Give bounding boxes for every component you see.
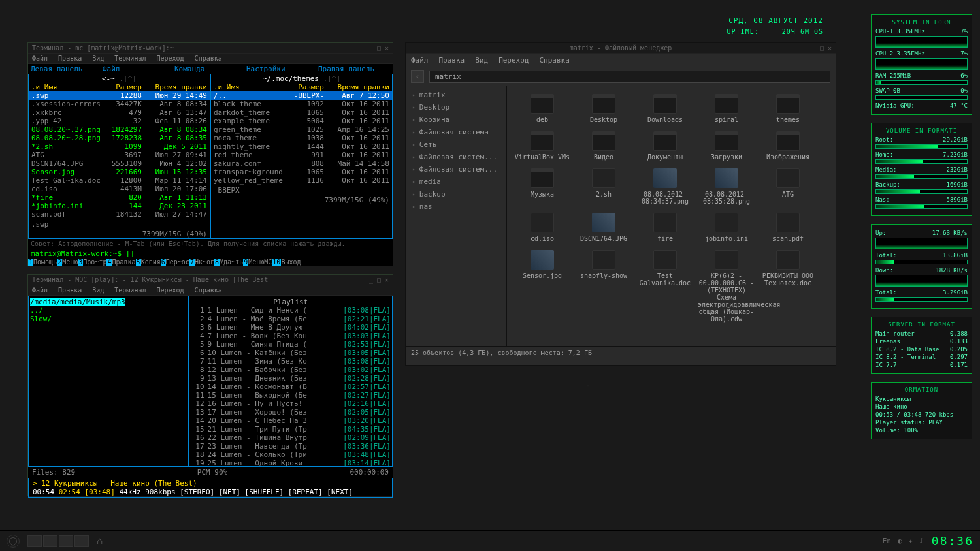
- playlist-item[interactable]: 24 Lumen - Моё Время (Бе[02:21|FLA]: [191, 315, 391, 323]
- menu-item[interactable]: Справка: [195, 55, 222, 62]
- mc-row[interactable]: .ypp_4232Фев 11 08:26: [29, 117, 210, 125]
- back-button[interactable]: ‹: [411, 70, 424, 83]
- file-icon[interactable]: 2.sh: [574, 166, 634, 208]
- thunar-menubar[interactable]: ФайлПравкаВидПереходСправка: [406, 54, 836, 67]
- mc-window[interactable]: Терминал - mc [matrix@Matrix-work]:~ _ □…: [27, 42, 393, 266]
- file-icon[interactable]: Sensor.jpg: [512, 247, 572, 325]
- mc-row[interactable]: Sensor.jpg221669Июн 15 12:35: [29, 168, 210, 176]
- file-icon[interactable]: cd.iso: [512, 210, 572, 245]
- menu-item[interactable]: Вид: [475, 56, 488, 65]
- playlist-item[interactable]: 47 Lumen - Волк (Без Кон[03:03|FLA]: [191, 332, 391, 340]
- menu-item[interactable]: Вид: [92, 287, 104, 294]
- mc-row[interactable]: *2.sh1099Дек 5 2011: [29, 142, 210, 151]
- playlist-item[interactable]: 1014 Lumen - Космонавт (Б[02:57|FLA]: [191, 383, 391, 391]
- playlist-item[interactable]: 812 Lumen - Бабочки (Без[03:02|FLA]: [191, 366, 391, 374]
- menu-item[interactable]: Правка: [58, 55, 82, 62]
- mc-menubar[interactable]: ФайлПравкаВидТерминалПереходСправка: [28, 54, 393, 64]
- mc-row[interactable]: scan.pdf184132Июл 27 14:47: [29, 210, 210, 219]
- menu-item[interactable]: Вид: [92, 55, 104, 62]
- task[interactable]: [74, 535, 89, 547]
- file-icon[interactable]: Desktop: [574, 91, 634, 126]
- thunar-sidebar[interactable]: matrixDesktopКорзинаФайловая системаСеть…: [406, 86, 507, 346]
- mc-left-panel[interactable]: <-~ .[^] .и ИмяРазмерВремя правки .swp12…: [28, 74, 210, 239]
- mc-row[interactable]: yellow_red_theme1136Окт 16 2011: [211, 176, 392, 185]
- mc-row[interactable]: cd.iso4413MИюл 20 17:06: [29, 185, 210, 193]
- file-icon[interactable]: DSCN1764.JPG: [574, 210, 634, 245]
- file-icon[interactable]: VirtualBox VMs: [512, 129, 572, 163]
- playlist-item[interactable]: 1521 Lumen - Три Пути (Тр[04:35|FLA]: [191, 425, 391, 433]
- thunar-iconview[interactable]: debDesktopDownloadsspiralthemesVirtualBo…: [507, 86, 836, 346]
- task[interactable]: [43, 535, 57, 547]
- thunar-toolbar[interactable]: ‹ matrix: [406, 67, 836, 86]
- file-icon[interactable]: scan.pdf: [758, 210, 818, 245]
- file-icon[interactable]: snapfly-show: [574, 247, 634, 325]
- playlist-item[interactable]: 1420 Lumen - С Небес На З[03:20|FLA]: [191, 417, 391, 425]
- mc-panel-head[interactable]: Левая панельФайлКомандаНастройкиПравая п…: [28, 64, 393, 74]
- menu-item[interactable]: Переход: [156, 287, 184, 294]
- mc-row[interactable]: *fire820Авг 1 11:13: [29, 193, 210, 202]
- mc-row[interactable]: nightly_theme1444Окт 16 2011: [211, 142, 392, 151]
- fkey[interactable]: 9МенюМС: [243, 259, 272, 266]
- moc-window[interactable]: Терминал - MOC [play]: - 12 Кукрыниксы -…: [27, 274, 393, 496]
- home-icon[interactable]: ⌂: [97, 535, 103, 547]
- fkey[interactable]: 6Пер~ос: [161, 259, 189, 266]
- mc-prompt[interactable]: matrix@Matrix-work:~$ []: [28, 249, 393, 259]
- file-icon[interactable]: ATG: [758, 166, 818, 208]
- sidebar-item[interactable]: Сеть: [406, 138, 506, 151]
- sidebar-item[interactable]: Файловая систем...: [406, 163, 506, 176]
- mc-row[interactable]: green_theme1025Апр 16 14:25: [211, 125, 392, 134]
- menu-item[interactable]: Файл: [32, 55, 48, 62]
- mc-fkeys[interactable]: 1Помощь 2Меню 3Про~тр 4Правка 5Копия 6Пе…: [28, 259, 393, 266]
- file-icon[interactable]: spiral: [696, 91, 757, 126]
- debian-logo-icon[interactable]: [7, 535, 20, 548]
- file-icon[interactable]: Изображения: [758, 129, 818, 163]
- mc-row[interactable]: darkdot_theme1065Окт 16 2011: [211, 108, 392, 117]
- moc-playlist[interactable]: Playlist 11 Lumen - Сид и Ненси ([03:08|…: [189, 296, 393, 467]
- sidebar-item[interactable]: Файловая система: [406, 126, 506, 138]
- playlist-item[interactable]: 711 Lumen - Зима (Без Ко[03:08|FLA]: [191, 357, 391, 366]
- file-icon[interactable]: Музыка: [512, 166, 572, 208]
- menu-item[interactable]: Файл: [411, 56, 429, 65]
- file-icon[interactable]: Test Galvanika.doc: [635, 247, 695, 325]
- mc-row[interactable]: ATG3697Июл 27 09:41: [29, 151, 210, 159]
- mc-row[interactable]: DSCN1764.JPG5553109Июн 4 12:02: [29, 159, 210, 168]
- window-buttons[interactable]: _ □ ✕: [369, 44, 389, 52]
- playlist-item[interactable]: 59 Lumen - Синяя Птица ([02:53|FLA]: [191, 340, 391, 349]
- moc-browser[interactable]: /media/media/Musik/mp3 ../Slow/: [28, 296, 189, 467]
- fkey[interactable]: 8Уда~ть: [214, 259, 243, 266]
- systray[interactable]: En ◐ ✦ ♪: [883, 537, 924, 545]
- mc-row[interactable]: transpar~kground1065Окт 16 2011: [211, 168, 392, 176]
- tray-icon[interactable]: ♪: [919, 537, 924, 545]
- sidebar-item[interactable]: backup: [406, 188, 506, 200]
- file-icon[interactable]: КР(6)2 - 00.00.000.С6 - (ТЕХНОТЕХ) Схема…: [696, 247, 757, 325]
- playlist-item[interactable]: 11 Lumen - Сид и Ненси ([03:08|FLA]: [191, 306, 391, 315]
- moc-titlebar[interactable]: Терминал - MOC [play]: - 12 Кукрыниксы -…: [28, 275, 393, 285]
- mc-row[interactable]: 08.08.20~.37.png1824297Авг 8 08:34: [29, 125, 210, 134]
- playlist-item[interactable]: 1622 Lumen - Тишина Внутр[02:09|FLA]: [191, 433, 391, 442]
- playlist-item[interactable]: 1115 Lumen - Выходной (Бе[02:27|FLA]: [191, 391, 391, 400]
- task-buttons[interactable]: [27, 535, 89, 547]
- mc-row[interactable]: 08.08.20~.28.png1728238Авг 8 08:35: [29, 134, 210, 142]
- file-icon[interactable]: themes: [758, 91, 818, 126]
- mc-row[interactable]: sakura.conf808Май 14 14:58: [211, 159, 392, 168]
- file-icon[interactable]: jobinfo.ini: [696, 210, 757, 245]
- sidebar-item[interactable]: matrix: [406, 89, 506, 101]
- menu-item[interactable]: Терминал: [114, 55, 146, 62]
- mc-titlebar[interactable]: Терминал - mc [matrix@Matrix-work]:~ _ □…: [28, 43, 393, 54]
- lang-indicator[interactable]: En: [883, 537, 891, 545]
- thunar-window[interactable]: matrix - Файловый менеджер _ □ ✕ ФайлПра…: [405, 42, 836, 366]
- sidebar-item[interactable]: Файловая систем...: [406, 151, 506, 163]
- sidebar-item[interactable]: Desktop: [406, 101, 506, 114]
- playlist-item[interactable]: 1723 Lumen - Навсегда (Тр[03:36|FLA]: [191, 442, 391, 450]
- mc-row[interactable]: moca_theme1038Окт 16 2011: [211, 134, 392, 142]
- file-icon[interactable]: Видео: [574, 129, 634, 163]
- fkey[interactable]: 5Копия: [136, 259, 161, 266]
- moc-dir[interactable]: ../: [30, 306, 187, 315]
- playlist-item[interactable]: 1925 Lumen - Одной Крови [03:14|FLA]: [191, 459, 391, 467]
- file-icon[interactable]: Документы: [635, 129, 695, 163]
- playlist-item[interactable]: 610 Lumen - Катёнки (Без[03:05|FLA]: [191, 349, 391, 357]
- menu-item[interactable]: Файл: [32, 287, 48, 294]
- menu-item[interactable]: Правка: [439, 56, 465, 65]
- path-bar[interactable]: matrix: [429, 71, 830, 83]
- fkey[interactable]: 3Про~тр: [78, 259, 106, 266]
